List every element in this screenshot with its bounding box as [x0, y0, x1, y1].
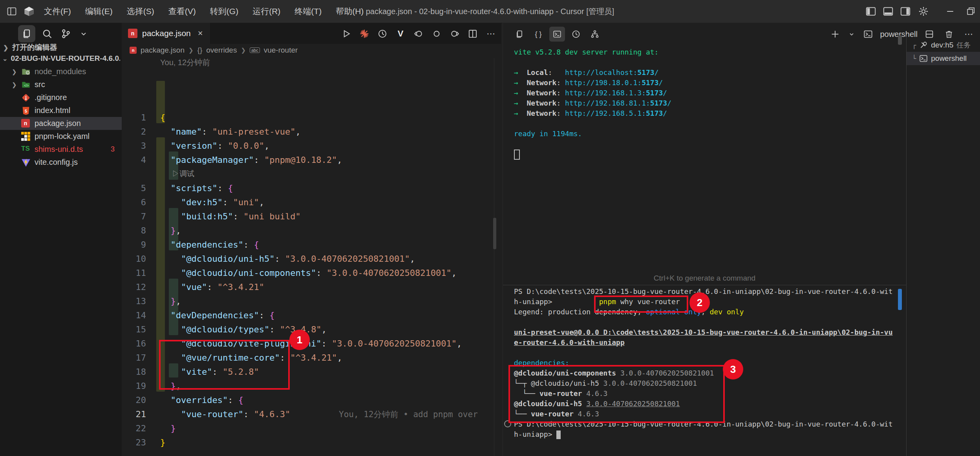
terminal-dropdown-icon[interactable] [847, 27, 856, 42]
code-text: "build:h5": "uni build" [160, 210, 301, 224]
code-line-22[interactable]: 22 } [122, 421, 501, 436]
code-line-8[interactable]: 8 }, [122, 224, 501, 238]
split-editor-icon[interactable] [465, 27, 481, 41]
code-line-15[interactable]: 15 "@dcloudio/types": "^3.4.8", [122, 323, 501, 337]
file-package.json[interactable]: npackage.json [0, 117, 122, 130]
timeline-icon[interactable] [375, 27, 390, 41]
code-line-12[interactable]: 12 "vue": "^3.4.21" [122, 280, 501, 294]
code-line-14[interactable]: 14 "devDependencies": { [122, 308, 501, 323]
tab-label: package.json [142, 29, 191, 38]
new-terminal-icon[interactable] [827, 27, 843, 42]
menu-file[interactable]: 文件(F) [38, 4, 77, 19]
code-text: }, [160, 224, 181, 238]
line-number: 9 [122, 238, 146, 252]
folder-src-icon: </> [21, 80, 31, 89]
breadcrumb-file[interactable]: package.json [141, 46, 185, 55]
file-pnpm-lock.yaml[interactable]: pnpm-lock.yaml [0, 130, 122, 143]
terminal-tabs-divider[interactable] [906, 35, 907, 456]
code-line-16[interactable]: 16 "@dcloudio/vite-plugin-uni": "3.0.0-4… [122, 337, 501, 351]
toggle-panel-icon[interactable] [879, 3, 897, 20]
code-line-18[interactable]: 18 "vite": "5.2.8" [122, 365, 501, 379]
line-number: 20 [122, 393, 146, 407]
code-line-11[interactable]: 11 "@dcloudio/uni-components": "3.0.0-40… [122, 266, 501, 280]
nav-change-icon[interactable] [429, 27, 444, 41]
nav-next-change-icon[interactable] [447, 27, 463, 41]
tab-package-json[interactable]: n package.json × [122, 23, 210, 44]
menu-run[interactable]: 运行(R) [246, 4, 287, 19]
terminal-tab-dev:h5[interactable]: ┌dev:h5任务 [907, 38, 980, 52]
terminal-line: PS D:\code\tests\2025-10-15-bug-vue-rout… [514, 419, 893, 429]
breadcrumb-symbol[interactable]: vue-router [264, 46, 298, 55]
code-line-4[interactable]: 4 "packageManager": "pnpm@10.18.2", [122, 153, 501, 167]
code-text: }, [160, 379, 181, 393]
editor-scrollbar[interactable] [493, 218, 496, 249]
code-line-17[interactable]: 17 "@vue/runtime-core": "^3.4.21", [122, 351, 501, 365]
menu-go[interactable]: 转到(G) [204, 4, 245, 19]
project-root-item[interactable]: ⌄02-BUG-IN-VUE-ROUTER-4.6.0... [2, 54, 120, 63]
code-line-19[interactable]: 19 }, [122, 379, 501, 393]
restore-button[interactable] [962, 3, 979, 20]
code-line-13[interactable]: 13 }, [122, 294, 501, 308]
terminal-view-icon[interactable] [549, 27, 565, 42]
code-line-21[interactable]: 21 "vue-router": "4.6.3"You, 12分钟前 • add… [122, 407, 501, 421]
output-view-icon[interactable] [512, 27, 527, 42]
file-.gitignore[interactable]: .gitignore [0, 91, 122, 104]
debug-console-icon[interactable]: { } [530, 27, 546, 42]
menu-edit[interactable]: 编辑(E) [79, 4, 119, 19]
menu-selection[interactable]: 选择(S) [121, 4, 161, 19]
chevron-down-icon[interactable] [77, 25, 90, 42]
terminal-split-divider[interactable] [503, 285, 906, 285]
code-line-2[interactable]: 2 "name": "uni-preset-vue", [122, 125, 501, 139]
minimize-button[interactable] [942, 3, 959, 20]
codelens-debug[interactable]: ▷调试 [172, 167, 194, 181]
dependency-tree-icon[interactable] [587, 27, 603, 42]
line-number: 13 [122, 294, 146, 308]
menu-view[interactable]: 查看(V) [162, 4, 202, 19]
customize-layout-icon[interactable] [3, 3, 20, 20]
code-line-23[interactable]: 23} [122, 436, 501, 450]
file-label: pnpm-lock.yaml [35, 132, 90, 141]
panel-view-icons: { } [512, 27, 603, 42]
search-icon[interactable] [38, 25, 56, 42]
code-text: } [160, 421, 176, 436]
bottom-terminal-scrollbar[interactable] [898, 289, 902, 310]
terminal-line: ready in 1194ms. [514, 129, 582, 139]
file-node_modules[interactable]: ❯jsnode_modules [0, 65, 122, 78]
command-decoration-circle[interactable] [504, 420, 511, 427]
terminal-tab-powershell[interactable]: └powershell [907, 52, 980, 65]
uniapp-burst-icon[interactable] [357, 27, 372, 41]
code-text: }, [160, 294, 181, 308]
nav-prev-change-icon[interactable] [411, 27, 426, 41]
file-vite.config.js[interactable]: vite.config.js [0, 156, 122, 169]
line-number: 14 [122, 308, 146, 323]
timeline-view-icon[interactable] [568, 27, 584, 42]
file-shims-uni.d.ts[interactable]: TSshims-uni.d.ts3 [0, 143, 122, 156]
wrench-icon [919, 41, 928, 49]
source-control-icon[interactable] [57, 25, 75, 42]
open-editors-section[interactable]: ❯打开的编辑器 [3, 42, 57, 53]
code-text: "@dcloudio/uni-h5": "3.0.0-4070620250821… [160, 252, 415, 266]
toggle-primary-sidebar-icon[interactable] [862, 3, 879, 20]
vue-devtools-icon[interactable]: V [393, 27, 408, 41]
code-line-6[interactable]: 6 "dev:h5": "uni", [122, 195, 501, 210]
file-src[interactable]: ❯</>src [0, 78, 122, 91]
top-terminal-scrollbar[interactable] [898, 35, 902, 45]
code-line-5[interactable]: 5 "scripts": { [122, 181, 501, 195]
close-icon[interactable]: × [198, 28, 203, 38]
breadcrumb-section[interactable]: overrides [206, 46, 237, 55]
code-line-10[interactable]: 10 "@dcloudio/uni-h5": "3.0.0-4070620250… [122, 252, 501, 266]
code-line-7[interactable]: 7 "build:h5": "uni build" [122, 210, 501, 224]
toggle-secondary-sidebar-icon[interactable] [897, 3, 914, 20]
explorer-icon[interactable] [18, 25, 35, 42]
terminal-line: → Local: http://localhost:5173/ [514, 67, 659, 78]
code-line-1[interactable]: 1{ [122, 111, 501, 125]
code-line-3[interactable]: 3 "version": "0.0.0", [122, 139, 501, 153]
code-line-20[interactable]: 20 "overrides": { [122, 393, 501, 407]
code-line-9[interactable]: 9 "dependencies": { [122, 238, 501, 252]
more-actions-icon[interactable]: ⋯ [483, 27, 499, 41]
menu-help[interactable]: 帮助(H) [329, 4, 370, 19]
run-button[interactable] [338, 27, 354, 41]
menu-terminal[interactable]: 终端(T) [288, 4, 328, 19]
settings-gear-icon[interactable] [915, 3, 932, 20]
file-index.html[interactable]: 5index.html [0, 104, 122, 117]
